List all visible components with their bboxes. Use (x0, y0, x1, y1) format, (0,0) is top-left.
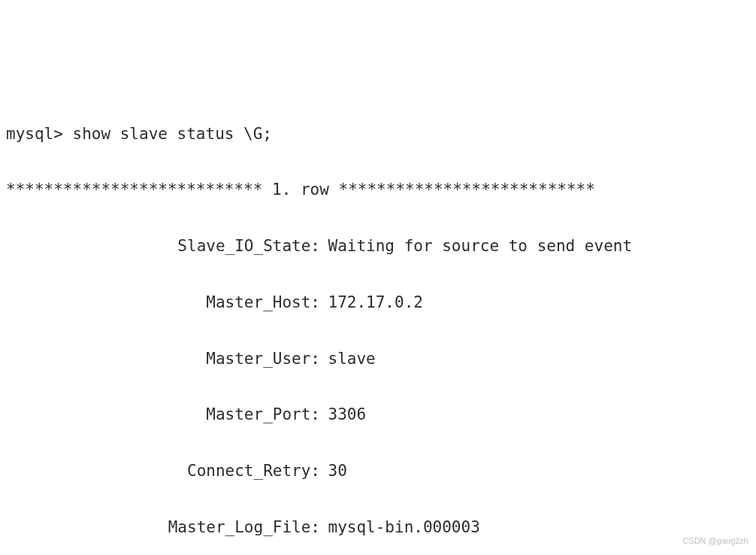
status-row: Master_Host:172.17.0.2 (6, 289, 750, 317)
status-row: Master_User:slave (6, 345, 750, 373)
status-value: 30 (320, 457, 347, 485)
status-label: Master_User: (6, 345, 320, 373)
watermark: CSDN @gaog2zh (682, 534, 748, 549)
status-row: Connect_Retry:30 (6, 457, 750, 485)
status-value: Waiting for source to send event (320, 232, 632, 260)
row-separator: *************************** 1. row *****… (6, 176, 750, 204)
status-label: Master_Log_File: (6, 514, 320, 541)
prompt-line: mysql> show slave status \G; (6, 120, 750, 148)
status-value: 172.17.0.2 (320, 289, 423, 317)
status-label: Master_Host: (6, 289, 320, 317)
status-value: mysql-bin.000003 (320, 514, 480, 541)
status-value: 3306 (320, 401, 366, 429)
status-value: slave (320, 345, 376, 373)
status-label: Connect_Retry: (6, 457, 320, 485)
status-row: Slave_IO_State:Waiting for source to sen… (6, 232, 750, 260)
status-row: Master_Log_File:mysql-bin.000003 (6, 514, 750, 541)
status-label: Master_Port: (6, 401, 320, 429)
status-label: Slave_IO_State: (6, 232, 320, 260)
status-row: Master_Port:3306 (6, 401, 750, 429)
